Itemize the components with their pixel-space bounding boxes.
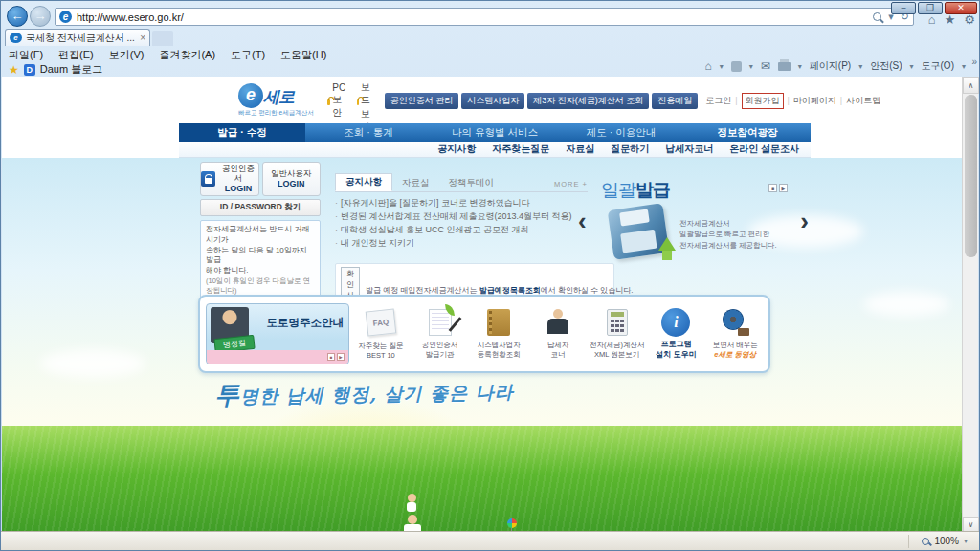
- quicklink-system-provider-status[interactable]: 시스템사업자등록현황조회: [471, 309, 526, 360]
- back-button[interactable]: ←: [7, 6, 28, 27]
- subnav-notice[interactable]: 공지사항: [437, 143, 476, 156]
- road-name-banner[interactable]: 도로명주소안내 명정길 ■ ▶: [206, 303, 349, 364]
- feed-dropdown-icon[interactable]: ▾: [749, 62, 753, 71]
- login-link[interactable]: 로그인: [705, 95, 731, 107]
- subnav-survey[interactable]: 온라인 설문조사: [729, 143, 799, 156]
- header-quick-buttons: 공인인증서 관리 시스템사업자 제3자 전자(세금)계산서 조회 전용메일: [385, 93, 699, 109]
- sitemap-link[interactable]: 사이트맵: [846, 95, 880, 107]
- cert-manage-button[interactable]: 공인인증서 관리: [385, 93, 459, 109]
- road-pause-button[interactable]: ■: [327, 353, 335, 361]
- thirdparty-invoice-button[interactable]: 제3자 전자(세금)계산서 조회: [527, 93, 649, 109]
- tab-notice[interactable]: 공지사항: [335, 173, 392, 191]
- zoom-dropdown-icon[interactable]: ▾: [964, 537, 968, 545]
- print-icon[interactable]: [778, 62, 791, 71]
- home-icon[interactable]: ⌂: [928, 12, 936, 27]
- signup-link[interactable]: 회원가입: [742, 93, 784, 109]
- more-link[interactable]: MORE +: [554, 180, 588, 188]
- family-illustration: [270, 497, 576, 533]
- separator: |: [840, 96, 842, 105]
- dedicated-mail-button[interactable]: 전용메일: [652, 93, 698, 109]
- menu-file[interactable]: 파일(F): [9, 48, 43, 61]
- quicklink-program-installer[interactable]: i 프로그램설치 도우미: [649, 308, 704, 360]
- zoom-magnifier-icon[interactable]: [922, 538, 929, 545]
- favorites-add-icon[interactable]: ★: [9, 63, 19, 77]
- page-viewport: e 세로 빠르고 편리한 e세금계산서 PC보안 키보드보안 공인인증서 관리 …: [2, 77, 964, 533]
- menu-tools[interactable]: 도구(T): [231, 48, 265, 61]
- tab-title: 국세청 전자세금계산서 ...: [26, 32, 136, 45]
- campaign-slogan: 투명한 납세 행정, 살기 좋은 나라: [214, 373, 514, 411]
- nav-system-guide[interactable]: 제도 · 이용안내: [558, 123, 684, 142]
- find-id-password-button[interactable]: ID / PASSWORD 찾기: [200, 199, 321, 216]
- home-dropdown-icon[interactable]: ▾: [720, 62, 724, 71]
- nav-issue-edit[interactable]: 발급 · 수정: [179, 123, 305, 142]
- banner-prev-arrow[interactable]: ‹: [578, 209, 587, 233]
- notice-line: 속하는 달의 다음 달 10일까지 발급: [206, 246, 315, 267]
- mypage-link[interactable]: 마이페이지: [793, 95, 836, 107]
- subnav-taxpayer[interactable]: 납세자코너: [665, 143, 713, 156]
- confirm-text: 발급 예정 매입전자세금계산서는 발급예정목록조회에서 확인하실 수 있습니다.: [366, 285, 634, 296]
- banner-pause-button[interactable]: ■: [768, 184, 777, 192]
- home-icon[interactable]: ⌂: [704, 59, 711, 73]
- status-separator: [908, 535, 909, 548]
- url-text[interactable]: http://www.esero.go.kr/: [77, 11, 873, 23]
- pinwheel-icon: [507, 518, 517, 528]
- quicklink-taxpayer-corner[interactable]: 납세자코너: [530, 309, 586, 360]
- quicklink-cert-issuer[interactable]: 공인인증서발급기관: [412, 309, 468, 360]
- esero-logo[interactable]: e 세로 빠르고 편리한 e세금계산서: [238, 83, 314, 118]
- quicklink-video-tutorial[interactable]: 보면서 배우는e세로 동영상: [707, 309, 763, 360]
- nav-info-plaza[interactable]: 정보참여광장: [684, 123, 811, 142]
- search-icon[interactable]: [873, 12, 881, 21]
- banner-play-button[interactable]: ▶: [779, 184, 788, 192]
- menu-edit[interactable]: 편집(E): [58, 48, 94, 61]
- forward-button[interactable]: →: [30, 6, 51, 27]
- tools-menu[interactable]: 도구(O): [922, 59, 954, 73]
- tab-archive[interactable]: 자료실: [392, 175, 439, 191]
- road-play-button[interactable]: ▶: [337, 353, 345, 361]
- scroll-up-icon[interactable]: ∧: [963, 77, 979, 94]
- menu-help[interactable]: 도움말(H): [280, 48, 326, 61]
- cert-login-button[interactable]: 공인인증서LOGIN: [200, 162, 259, 196]
- quicklink-faq-best10[interactable]: FAQ 자주찾는 질문BEST 10: [353, 308, 409, 361]
- favorite-daum-blog[interactable]: Daum 블로그: [40, 62, 102, 77]
- notice-item[interactable]: 내 개인정보 지키기: [335, 237, 588, 251]
- menu-favorites[interactable]: 즐겨찾기(A): [159, 48, 215, 61]
- banner-next-arrow[interactable]: ›: [800, 209, 809, 233]
- feed-icon[interactable]: [731, 61, 742, 72]
- restore-button[interactable]: ❐: [918, 2, 943, 14]
- tab-close-icon[interactable]: ×: [140, 33, 145, 43]
- browser-tab[interactable]: e 국세청 전자세금계산서 ... ×: [5, 29, 150, 46]
- notice-item[interactable]: 대학생 성실납세 홍보 UCC 인쇄광고 공모전 개최: [335, 224, 588, 237]
- general-login-button[interactable]: 일반사용자LOGIN: [262, 162, 322, 196]
- toolbar-overflow-icon[interactable]: »: [971, 56, 977, 67]
- pc-security-link[interactable]: PC보안: [327, 82, 349, 120]
- site-favicon-icon: e: [59, 11, 72, 23]
- settings-gear-icon[interactable]: ⚙: [964, 12, 975, 27]
- subnav-question[interactable]: 질문하기: [611, 143, 649, 156]
- notice-item[interactable]: [자유게시판]을 [질문하기] 코너로 변경하였습니다: [335, 197, 588, 210]
- notice-board: 공지사항 자료실 정책투데이 MORE + [자유게시판]을 [질문하기] 코너…: [335, 175, 588, 251]
- close-button[interactable]: ✕: [945, 2, 977, 14]
- mail-icon[interactable]: ✉: [761, 59, 770, 73]
- vertical-scrollbar[interactable]: ∧ ∨: [962, 77, 978, 533]
- page-menu[interactable]: 페이지(P): [810, 59, 851, 73]
- favorites-star-icon[interactable]: ★: [945, 12, 956, 27]
- subnav-faq[interactable]: 자주찾는질문: [492, 143, 549, 156]
- print-dropdown-icon[interactable]: ▾: [798, 62, 802, 71]
- separator: |: [788, 96, 790, 105]
- bulk-description: 전자세금계산서 일괄발급으로 빠르고 편리한 전자세금계산서를 제공합니다.: [679, 218, 777, 251]
- tab-policy-today[interactable]: 정책투데이: [439, 175, 504, 191]
- minimize-button[interactable]: –: [891, 2, 916, 14]
- notice-item[interactable]: 변경된 계산서합계표 전산매체 제출요령(2013.4월부터 적용): [335, 210, 588, 224]
- nav-inquiry-stats[interactable]: 조회 · 통계: [305, 123, 432, 142]
- zoom-level[interactable]: 100%: [934, 536, 959, 546]
- address-bar[interactable]: e http://www.esero.go.kr/ ▾ ↻: [55, 8, 914, 26]
- quicklink-xml-viewer[interactable]: 전자(세금)계산서XML 원본보기: [590, 309, 645, 360]
- confirm-link[interactable]: 발급예정목록조회: [479, 286, 541, 295]
- nav-my-services[interactable]: 나의 유형별 서비스: [432, 123, 558, 142]
- safety-menu[interactable]: 안전(S): [870, 59, 902, 73]
- menu-view[interactable]: 보기(V): [109, 48, 145, 61]
- new-tab-button[interactable]: [152, 31, 173, 46]
- system-provider-button[interactable]: 시스템사업자: [461, 93, 524, 109]
- subnav-archive[interactable]: 자료실: [566, 143, 594, 156]
- scrollbar-thumb[interactable]: [965, 95, 977, 257]
